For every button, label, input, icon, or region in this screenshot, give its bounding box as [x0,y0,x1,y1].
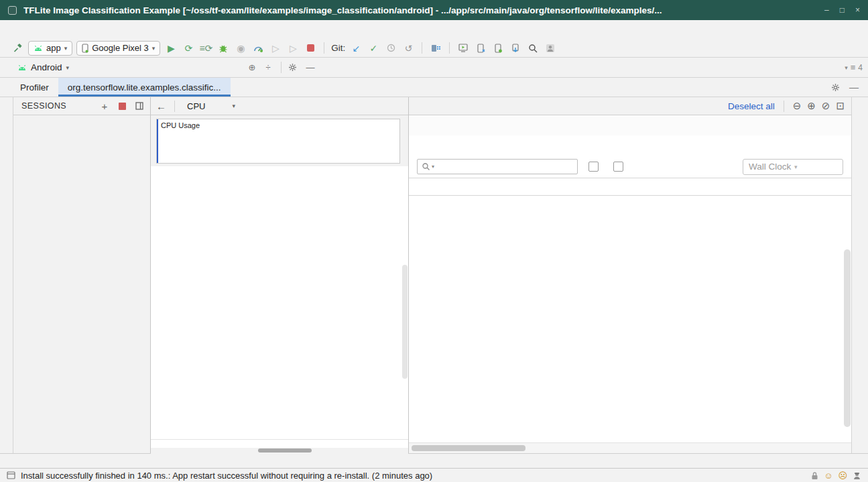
zoom-to-selection-icon[interactable]: ⊡ [836,100,845,112]
title-bar: TFLite Image Classification Example [~/o… [0,0,868,20]
android-studio-window: TFLite Image Classification Example [~/o… [0,0,868,482]
table-horizontal-scrollbar[interactable] [409,442,851,453]
rollback-button[interactable]: ↺ [401,42,415,55]
profile-button[interactable]: ◉ [234,42,247,55]
phone-icon [82,44,88,53]
zoom-out-icon[interactable]: ⊖ [793,100,802,112]
search-icon [422,162,430,171]
profiler-settings-gear-icon[interactable] [831,83,840,92]
tab-overflow-control[interactable]: ▾≡4 [839,58,868,77]
happy-feedback-icon[interactable]: ☺ [824,471,832,481]
regex-checkbox[interactable] [613,162,627,172]
avd-manager-icon[interactable] [491,42,505,55]
cpu-panel-header: ← CPU ▾ [151,97,408,115]
profiler-minimize-icon[interactable]: — [849,82,859,93]
device-value: Google Pixel 3 [92,43,149,53]
close-button[interactable]: × [855,5,860,15]
window-controls: – □ × [824,5,860,15]
apply-code-changes-button[interactable]: ≡⟳ [199,42,212,55]
clock-type-value: Wall Clock Time [749,162,792,172]
main-content: SESSIONS + ← CPU ▾ CPU Usage [0,97,868,453]
search-box[interactable]: ▾ [417,159,578,174]
sessions-panel: SESSIONS + [13,97,151,453]
gradle-status-icon[interactable] [853,471,861,480]
analysis-panel: Deselect all ⊖ ⊕ ⊘ ⊡ ▾ Wall Clock T [409,97,851,453]
attach-debugger-button[interactable]: ▷ [269,42,282,55]
android-icon [17,64,27,71]
maximize-button[interactable]: □ [840,5,845,15]
analysis-subtab-bar [409,135,851,156]
run-config-select[interactable]: app▾ [28,41,72,56]
profiler-window-label: Profiler [0,78,58,97]
filter-search-input[interactable] [436,162,573,172]
profiler-tab-row: Profiler org.tensorflow.lite.examples.cl… [0,78,868,97]
lock-icon[interactable] [811,471,818,480]
debug-button[interactable] [216,42,230,55]
profile-avatar-icon[interactable] [544,42,557,55]
main-toolbar: app▾ Google Pixel 3▾ ▶ ⟳ ≡⟳ ◉ ▷ ▷ Git: ↙… [0,39,868,58]
git-commit-button[interactable]: ✓ [367,42,380,55]
match-case-checkbox[interactable] [588,162,603,172]
apply-changes-button[interactable]: ⟳ [182,42,195,55]
device-select[interactable]: Google Pixel 3▾ [76,41,160,56]
cpu-vertical-scrollbar[interactable] [402,265,408,379]
cpu-horizontal-scrollbar[interactable] [151,448,408,454]
cpu-timeline-panel: ← CPU ▾ CPU Usage [151,97,409,453]
stop-button[interactable] [304,42,317,55]
profiler-metric-select[interactable]: CPU ▾ [183,101,239,111]
toggle-toolwindows-icon[interactable] [7,471,15,479]
build-hammer-icon[interactable] [11,42,24,55]
git-update-button[interactable]: ↙ [349,42,363,55]
attach-profiler-button[interactable]: ▷ [286,42,300,55]
device-manager-icon[interactable] [474,42,487,55]
sad-feedback-icon[interactable]: ☹ [838,471,847,481]
search-options-chevron-icon[interactable]: ▾ [432,164,434,170]
menu-bar [0,20,868,39]
cpu-usage-label: CPU Usage [161,121,200,129]
reset-zoom-icon[interactable]: ⊘ [822,100,830,112]
thread-list [151,166,408,439]
back-arrow-icon[interactable]: ← [156,101,166,112]
status-message[interactable]: Install successfully finished in 140 ms.… [21,471,800,481]
table-vertical-scrollbar[interactable] [844,249,851,427]
run-button[interactable]: ▶ [164,42,178,55]
deselect-all-link[interactable]: Deselect all [728,101,775,111]
settings-gear-icon[interactable] [288,63,300,72]
metric-name: CPU [187,101,205,111]
search-everywhere-icon[interactable] [526,42,540,55]
collapse-all-icon[interactable]: ÷ [262,62,274,72]
end-session-icon[interactable] [134,101,145,111]
hide-tool-window-icon[interactable]: — [304,62,316,72]
clock-type-select[interactable]: Wall Clock Time ▾ [743,159,843,175]
analysis-tab-bar [409,115,851,135]
profiler-button[interactable] [251,42,265,55]
add-session-icon[interactable]: + [99,101,110,111]
android-icon [34,45,43,52]
status-bar: Install successfully finished in 140 ms.… [0,468,868,482]
right-tool-window-strip [851,97,868,453]
thread-time-axis [151,439,408,448]
project-view-selector[interactable]: Android [31,62,62,72]
table-header [409,178,851,196]
navigation-row: Android ▾ ⊕ ÷ — ▾≡4 [0,58,868,78]
git-label: Git: [331,43,345,53]
profiler-session-tab[interactable]: org.tensorflow.lite.examples.classific..… [58,78,231,97]
history-button[interactable] [384,42,397,55]
sessions-header: SESSIONS + [13,97,150,115]
cpu-usage-area [157,140,399,163]
hidden-tabs-count: 4 [858,63,863,72]
cpu-usage-chart[interactable]: CPU Usage [156,119,400,164]
zoom-in-icon[interactable]: ⊕ [807,100,816,112]
locate-file-icon[interactable]: ⊕ [246,62,258,72]
stop-session-icon[interactable] [117,101,127,111]
running-devices-icon[interactable] [456,42,470,55]
project-tool-window-header: Android ▾ ⊕ ÷ — [0,58,322,77]
editor-tab-bar [322,58,839,77]
selection-controls-row: Deselect all ⊖ ⊕ ⊘ ⊡ [409,97,851,115]
window-title: TFLite Image Classification Example [~/o… [23,5,818,15]
minimize-button[interactable]: – [824,5,829,15]
sdk-manager-icon[interactable] [509,42,522,55]
selection-line[interactable] [157,119,158,163]
project-structure-icon[interactable] [429,42,442,55]
tool-window-bar [0,453,868,468]
